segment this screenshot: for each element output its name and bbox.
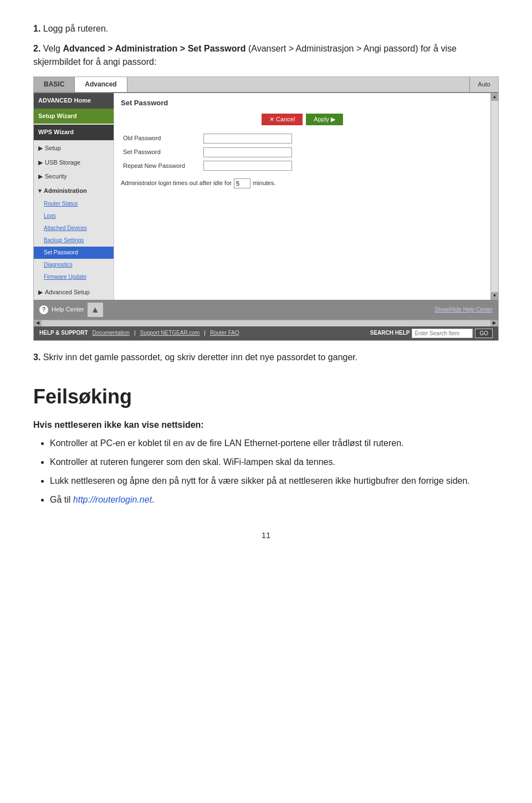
usb-arrow-icon: ▶ [38, 158, 43, 168]
help-icon: ? [39, 305, 48, 314]
sidebar-sub-firmware-update[interactable]: Firmware Update [34, 271, 114, 283]
bullet-item-3: Lukk nettleseren og åpne den på nytt for… [50, 474, 499, 488]
sidebar-item-wps-wizard[interactable]: WPS Wizard [34, 125, 114, 140]
advanced-setup-label: Advanced Setup [45, 288, 90, 298]
timeout-suffix: minutes. [253, 178, 276, 188]
sidebar-sub-logs[interactable]: Logs [34, 210, 114, 222]
sidebar-item-security[interactable]: ▶ Security [34, 170, 114, 184]
step-3-text: Skriv inn det gamle passordet, og skriv … [43, 352, 357, 362]
sidebar-item-advanced-home[interactable]: ADVANCED Home [34, 93, 114, 109]
repeat-password-row: Repeat New Password [121, 159, 484, 173]
cancel-button[interactable]: ✕ Cancel [262, 114, 303, 125]
router-body: ADVANCED Home Setup Wizard WPS Wizard ▶ … [34, 93, 498, 300]
tab-auto: Auto [469, 77, 498, 92]
old-password-input[interactable] [203, 134, 292, 144]
troubleshoot-section: Feilsøking Hvis nettleseren ikke kan vis… [33, 381, 499, 507]
sidebar-sub-diagnostics[interactable]: Diagnostics [34, 259, 114, 271]
footer-link-documentation[interactable]: Documentation [93, 329, 130, 337]
horizontal-scrollbar[interactable]: ◀ ▶ [34, 320, 498, 326]
step-1-text: Logg på ruteren. [43, 24, 108, 33]
sidebar: ADVANCED Home Setup Wizard WPS Wizard ▶ … [34, 93, 114, 300]
step-3-number: 3. [33, 352, 40, 362]
show-hide-help-link[interactable]: Show/Hide Help Center [435, 305, 493, 314]
step-3-block: 3. Skriv inn det gamle passordet, og skr… [33, 351, 499, 364]
step-2-intro: Velg [43, 44, 63, 53]
footer-link-support[interactable]: Support NETGEAR.com [140, 329, 200, 337]
admin-label: Administration [44, 186, 87, 196]
bullet-item-2: Kontroller at ruteren fungerer som den s… [50, 456, 499, 469]
section-title: Feilsøking [33, 381, 499, 413]
help-center-left: ? Help Center ▲ [39, 303, 103, 317]
sidebar-sub-backup-settings[interactable]: Backup Settings [34, 234, 114, 247]
sidebar-item-usb-storage[interactable]: ▶ USB Storage [34, 156, 114, 170]
step-2-bold-instruction: Advanced > Administration > Set Password [63, 44, 245, 53]
main-content: Set Password ✕ Cancel Apply ▶ Old Passwo… [114, 93, 490, 300]
bullet-item-4: Gå til http://routerlogin.net. [50, 493, 499, 507]
sidebar-item-administration[interactable]: ▾ Administration [34, 184, 114, 198]
help-center-label: Help Center [52, 305, 84, 315]
scroll-left-arrow[interactable]: ◀ [34, 320, 42, 326]
footer-bar: HELP & SUPPORT Documentation | Support N… [34, 326, 498, 340]
set-password-title: Set Password [121, 98, 484, 109]
timeout-prefix: Administrator login times out after idle… [121, 178, 232, 188]
help-center-bar: ? Help Center ▲ Show/Hide Help Center [34, 300, 498, 320]
scrollbar[interactable]: ▲ ▼ [490, 93, 498, 300]
sidebar-item-setup[interactable]: ▶ Setup [34, 141, 114, 156]
bullet-item-1: Kontroller at PC-en er koblet til en av … [50, 437, 499, 450]
bullet-4-suffix: . [152, 495, 154, 504]
search-help-input[interactable] [412, 329, 473, 338]
footer-left: HELP & SUPPORT Documentation | Support N… [39, 329, 239, 337]
footer-help-label: HELP & SUPPORT [39, 329, 88, 337]
set-password-input[interactable] [203, 147, 292, 157]
bullet-3-text: Lukk nettleseren og åpne den på nytt for… [50, 476, 470, 485]
scroll-right-arrow[interactable]: ▶ [490, 320, 498, 326]
sidebar-sub-set-password[interactable]: Set Password [34, 247, 114, 259]
tab-bar: BASIC Advanced Auto [34, 77, 498, 93]
advanced-setup-arrow-icon: ▶ [38, 288, 43, 298]
bullet-4-prefix: Gå til [50, 495, 73, 504]
troubleshoot-intro: Hvis nettleseren ikke kan vise nettsiden… [33, 418, 499, 432]
footer-separator-2: | [204, 329, 206, 337]
go-button[interactable]: GO [475, 329, 493, 338]
usb-label: USB Storage [45, 158, 80, 168]
sidebar-sub-attached-devices[interactable]: Attached Devices [34, 222, 114, 234]
old-password-label: Old Password [121, 132, 201, 146]
setup-arrow-icon: ▶ [38, 144, 43, 154]
help-chevron-icon[interactable]: ▲ [88, 303, 103, 317]
tab-basic[interactable]: BASIC [34, 77, 75, 92]
repeat-password-input[interactable] [203, 161, 292, 171]
router-screenshot: BASIC Advanced Auto ADVANCED Home Setup … [33, 76, 499, 341]
security-label: Security [45, 172, 67, 182]
password-form: Old Password Set Password Repeat New Pas… [121, 132, 484, 173]
footer-right: SEARCH HELP GO [370, 329, 493, 338]
set-password-label: Set Password [121, 146, 201, 160]
routerlogin-link[interactable]: http://routerlogin.net [73, 495, 152, 504]
step-2-number: 2. [33, 44, 40, 53]
bullet-2-text: Kontroller at ruteren fungerer som den s… [50, 457, 335, 467]
step-2-block: 2. Velg Advanced > Administration > Set … [33, 42, 499, 341]
footer-separator-1: | [134, 329, 136, 337]
setup-label: Setup [45, 144, 61, 154]
btn-bar: ✕ Cancel Apply ▶ [121, 114, 484, 125]
bullet-1-text: Kontroller at PC-en er koblet til en av … [50, 438, 404, 448]
scroll-up-arrow[interactable]: ▲ [491, 93, 499, 101]
set-password-row: Set Password [121, 146, 484, 160]
sidebar-sub-router-status[interactable]: Router Status [34, 198, 114, 210]
timeout-row: Administrator login times out after idle… [121, 178, 484, 188]
apply-button[interactable]: Apply ▶ [306, 114, 343, 125]
troubleshoot-list: Kontroller at PC-en er koblet til en av … [50, 437, 499, 507]
security-arrow-icon: ▶ [38, 172, 43, 182]
sidebar-item-advanced-setup[interactable]: ▶ Advanced Setup [34, 285, 114, 300]
timeout-input[interactable] [234, 178, 250, 188]
search-help-label: SEARCH HELP [370, 329, 410, 337]
page-number: 11 [33, 529, 499, 542]
tab-advanced[interactable]: Advanced [75, 77, 127, 92]
step-1-number: 1. [33, 24, 40, 33]
admin-expand-icon: ▾ [38, 186, 42, 196]
repeat-password-label: Repeat New Password [121, 159, 201, 173]
sidebar-item-setup-wizard[interactable]: Setup Wizard [34, 109, 114, 124]
old-password-row: Old Password [121, 132, 484, 146]
footer-link-faq[interactable]: Router FAQ [210, 329, 239, 337]
step-1-block: 1. Logg på ruteren. [33, 22, 499, 35]
scroll-down-arrow[interactable]: ▼ [491, 292, 499, 300]
